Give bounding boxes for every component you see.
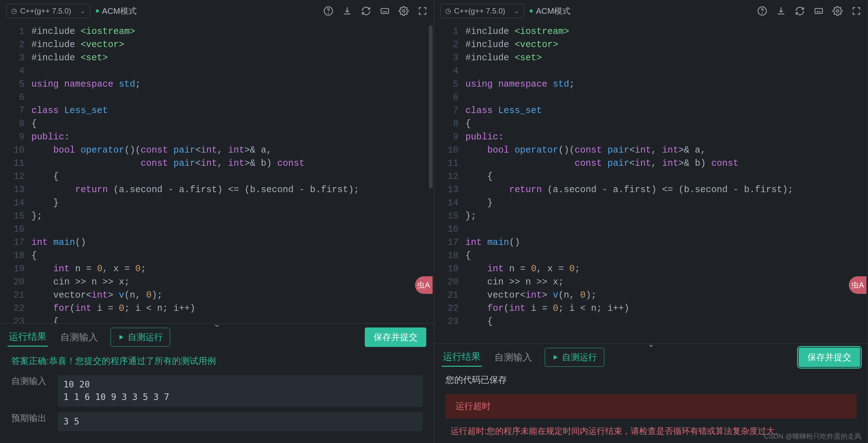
success-message: 答案正确:恭喜！您提交的程序通过了所有的测试用例 bbox=[11, 355, 423, 367]
language-selector[interactable]: ◷ C++(g++ 7.5.0) ⌄ bbox=[440, 4, 524, 18]
code-line: 19 int n = 0, x = 0; bbox=[0, 262, 434, 276]
line-number: 19 bbox=[434, 262, 466, 276]
line-number: 14 bbox=[0, 196, 31, 210]
self-test-run-button[interactable]: 自测运行 bbox=[111, 328, 170, 347]
status-dot-icon bbox=[96, 9, 99, 12]
line-number: 13 bbox=[434, 183, 466, 196]
error-banner: 运行超时 bbox=[445, 394, 857, 418]
code-content: int main() bbox=[466, 236, 868, 249]
code-line: 22 for(int i = 0; i < n; i++) bbox=[434, 302, 868, 315]
chevron-down-icon: ⌄ bbox=[514, 7, 519, 15]
code-lines: 1#include <iostream>2#include <vector>3#… bbox=[0, 22, 434, 323]
toolbar-actions bbox=[323, 6, 428, 16]
line-number: 6 bbox=[0, 91, 31, 104]
input-row: 自测输入 10 20 1 1 6 10 9 3 3 5 3 7 bbox=[11, 375, 423, 407]
code-line: 20 cin >> n >> x; bbox=[434, 276, 868, 289]
code-line: 13 return (a.second - a.first) <= (b.sec… bbox=[434, 183, 868, 196]
settings-icon[interactable] bbox=[399, 6, 409, 16]
download-icon[interactable] bbox=[776, 6, 786, 16]
line-number: 8 bbox=[0, 118, 31, 131]
clock-icon: ◷ bbox=[445, 7, 451, 15]
language-selector[interactable]: ◷ C++(g++ 7.5.0) ⌄ bbox=[6, 4, 90, 18]
run-label: 自测运行 bbox=[128, 331, 163, 343]
collapse-icon[interactable]: ⌄ bbox=[647, 339, 654, 349]
code-content: #include <iostream> bbox=[31, 25, 434, 38]
code-content: #include <set> bbox=[31, 52, 434, 65]
line-number: 15 bbox=[434, 210, 466, 223]
tabs-row: ⌄ 运行结果 自测输入 自测运行 保存并提交 bbox=[0, 324, 434, 351]
save-submit-button[interactable]: 保存并提交 bbox=[799, 348, 860, 367]
line-number: 15 bbox=[0, 210, 31, 223]
code-line: 9public: bbox=[0, 131, 434, 144]
code-content: { bbox=[466, 249, 868, 262]
code-line: 21 vector<int> v(n, 0); bbox=[0, 289, 434, 302]
code-content: #include <vector> bbox=[31, 38, 434, 52]
code-content: cin >> n >> x; bbox=[31, 276, 434, 289]
code-content: int n = 0, x = 0; bbox=[466, 262, 868, 276]
expected-row: 预期输出 3 5 bbox=[11, 412, 423, 431]
tab-result[interactable]: 运行结果 bbox=[442, 348, 482, 367]
toolbar-actions bbox=[757, 6, 861, 16]
code-line: 20 cin >> n >> x; bbox=[0, 276, 434, 289]
line-number: 20 bbox=[434, 276, 466, 289]
code-line: 16 bbox=[434, 223, 868, 236]
line-number: 12 bbox=[434, 170, 466, 183]
tab-result[interactable]: 运行结果 bbox=[7, 328, 48, 347]
line-number: 16 bbox=[434, 223, 466, 236]
svg-point-3 bbox=[402, 10, 405, 12]
self-test-run-button[interactable]: 自测运行 bbox=[545, 348, 604, 367]
tab-input[interactable]: 自测输入 bbox=[493, 348, 533, 367]
code-line: 17int main() bbox=[0, 236, 434, 249]
code-line: 1#include <iostream> bbox=[0, 25, 434, 38]
translate-badge[interactable]: 虫A bbox=[849, 276, 866, 294]
svg-point-7 bbox=[836, 10, 839, 12]
badge-text: 虫A bbox=[417, 280, 430, 290]
fullscreen-icon[interactable] bbox=[851, 6, 861, 16]
code-line: 21 vector<int> v(n, 0); bbox=[434, 289, 868, 302]
download-icon[interactable] bbox=[342, 6, 352, 16]
left-pane: ◷ C++(g++ 7.5.0) ⌄ ACM模式 1#include <iost… bbox=[0, 0, 434, 443]
code-line: 3#include <set> bbox=[0, 52, 434, 65]
collapse-icon[interactable]: ⌄ bbox=[213, 319, 220, 329]
code-line: 5using namespace std; bbox=[434, 78, 868, 91]
code-content: } bbox=[31, 196, 434, 210]
code-line: 10 bool operator()(const pair<int, int>&… bbox=[434, 144, 868, 157]
save-submit-button[interactable]: 保存并提交 bbox=[365, 327, 426, 347]
code-line: 22 for(int i = 0; i < n; i++) bbox=[0, 302, 434, 315]
code-editor-left[interactable]: 1#include <iostream>2#include <vector>3#… bbox=[0, 22, 434, 323]
keyboard-icon[interactable] bbox=[814, 6, 824, 16]
code-content: #include <set> bbox=[466, 52, 868, 65]
tab-input[interactable]: 自测输入 bbox=[59, 328, 99, 346]
svg-rect-6 bbox=[815, 8, 823, 13]
line-number: 22 bbox=[0, 302, 31, 315]
refresh-icon[interactable] bbox=[361, 6, 371, 16]
bottom-panel-left: ⌄ 运行结果 自测输入 自测运行 保存并提交 答案正确:恭喜！您提交的程序通过了… bbox=[0, 323, 434, 443]
code-editor-right[interactable]: 1#include <iostream>2#include <vector>3#… bbox=[434, 22, 868, 344]
language-label: C++(g++ 7.5.0) bbox=[20, 7, 71, 15]
code-line: 17int main() bbox=[434, 236, 868, 249]
play-icon bbox=[118, 334, 125, 341]
line-number: 11 bbox=[434, 157, 466, 170]
help-icon[interactable] bbox=[323, 6, 333, 16]
translate-badge[interactable]: 虫A bbox=[415, 276, 433, 294]
fullscreen-icon[interactable] bbox=[417, 6, 428, 16]
help-icon[interactable] bbox=[757, 6, 767, 16]
play-icon bbox=[552, 354, 559, 361]
mode-indicator: ACM模式 bbox=[530, 6, 570, 17]
line-number: 17 bbox=[434, 236, 466, 249]
code-content: #include <iostream> bbox=[466, 25, 868, 38]
code-content: using namespace std; bbox=[31, 78, 434, 91]
line-number: 4 bbox=[0, 65, 31, 78]
refresh-icon[interactable] bbox=[795, 6, 805, 16]
settings-icon[interactable] bbox=[833, 6, 843, 16]
code-line: 15}; bbox=[0, 210, 434, 223]
scrollbar[interactable] bbox=[429, 25, 433, 188]
code-line: 1#include <iostream> bbox=[434, 25, 868, 38]
line-number: 1 bbox=[0, 25, 31, 38]
line-number: 11 bbox=[0, 157, 31, 170]
mode-label: ACM模式 bbox=[102, 6, 136, 17]
line-number: 23 bbox=[434, 315, 466, 328]
keyboard-icon[interactable] bbox=[380, 6, 390, 16]
line-number: 5 bbox=[434, 78, 466, 91]
code-content bbox=[31, 65, 434, 78]
